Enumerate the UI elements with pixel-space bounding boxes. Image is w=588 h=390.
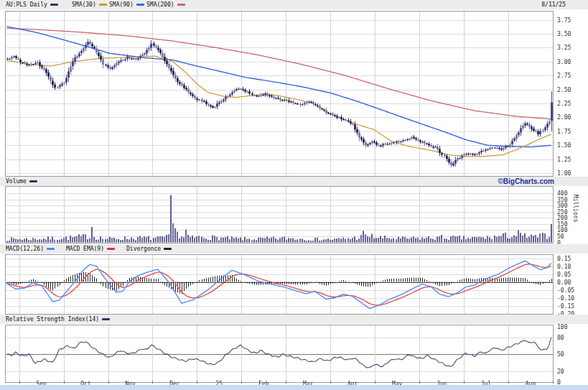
axis-tick — [508, 381, 509, 384]
macd-canvas — [6, 255, 553, 314]
axis-tick — [330, 381, 331, 384]
axis-tick — [108, 381, 109, 384]
tick-label: 3.25 — [557, 45, 571, 51]
legend-label: Divergence — [126, 246, 161, 252]
tick-label: 2.50 — [557, 87, 571, 93]
legend-item-sma-90-: SMA(90) — [109, 1, 144, 8]
legend-label: Relative Strength Index(14) — [6, 316, 99, 322]
volume-pane — [5, 186, 554, 243]
tick-label: 1.25 — [557, 157, 571, 163]
axis-tick — [197, 381, 197, 384]
tick-label: 3.50 — [557, 31, 571, 37]
bigcharts-chart: AU:PLS DailySMA(30)SMA(90)SMA(200) 8/11/… — [0, 0, 588, 390]
tick-label: 2.75 — [557, 73, 571, 79]
legend-item-relative-strength-index-14-: Relative Strength Index(14) — [6, 316, 110, 322]
legend-item-divergence: Divergence — [126, 246, 172, 252]
axis-tick — [375, 381, 375, 384]
tick-label: 1.00 — [557, 170, 571, 177]
legend-swatch-icon — [47, 248, 55, 250]
tick-label: -0.10 — [557, 295, 574, 302]
tick-label: -0.05 — [557, 287, 574, 294]
tick-label: 2.25 — [557, 101, 571, 107]
tick-label: 2.00 — [557, 114, 571, 121]
legend-label: MACD EMA(9) — [66, 246, 104, 252]
legend-swatch-icon — [107, 248, 115, 250]
legend-swatch-icon — [29, 180, 37, 182]
tick-label: 1.75 — [557, 129, 571, 135]
legend-swatch-icon — [177, 4, 185, 6]
bottom-strip — [0, 385, 588, 390]
legend-swatch-icon — [99, 4, 107, 6]
price-pane — [5, 11, 554, 177]
tick-label: 0.05 — [557, 271, 571, 278]
rsi-pane — [5, 325, 554, 383]
axis-tick — [152, 381, 153, 384]
legend-label: SMA(200) — [146, 1, 174, 8]
tick-label: 0.00 — [557, 279, 571, 286]
rsi-canvas — [6, 325, 553, 382]
legend-label: Volume — [6, 178, 27, 185]
rsi-legend-band: Relative Strength Index(14) — [0, 315, 588, 324]
legend-item-volume: Volume — [6, 178, 37, 185]
legend-item-sma-30-: SMA(30) — [72, 1, 107, 8]
tick-label: 0.15 — [557, 256, 571, 262]
axis-tick — [464, 381, 465, 384]
axis-tick — [419, 381, 420, 384]
tick-label: 80 — [557, 335, 564, 341]
tick-label: 1.50 — [557, 142, 571, 149]
bigcharts-watermark[interactable]: ©BigCharts.com — [498, 177, 555, 185]
legend-label: SMA(90) — [109, 1, 134, 8]
legend-item-sma-200-: SMA(200) — [146, 1, 185, 8]
axis-tick — [64, 381, 65, 384]
tick-label: 20 — [557, 368, 564, 375]
tick-label: 50 — [557, 351, 564, 358]
as-of-date: 8/11/25 — [541, 1, 566, 8]
tick-label: 3.00 — [557, 59, 571, 65]
legend-label: SMA(30) — [72, 1, 96, 8]
axis-tick — [19, 381, 20, 384]
tick-label: 100 — [557, 324, 567, 330]
price-legend-band: AU:PLS DailySMA(30)SMA(90)SMA(200) 8/11/… — [0, 0, 588, 9]
tick-label: 3.75 — [557, 17, 571, 24]
price-canvas — [6, 11, 553, 176]
volume-unit-label: Millions — [572, 195, 579, 239]
macd-pane — [5, 254, 554, 315]
legend-swatch-icon — [102, 318, 110, 320]
volume-canvas — [6, 187, 553, 243]
legend-swatch-icon — [50, 4, 58, 6]
legend-item-macd-12-26-: MACD(12,26) — [6, 246, 55, 252]
tick-label: 0.10 — [557, 264, 571, 270]
axis-tick — [241, 381, 242, 384]
legend-swatch-icon — [136, 4, 144, 6]
legend-item-au-pls-daily: AU:PLS Daily — [6, 1, 58, 8]
legend-label: MACD(12,26) — [6, 246, 44, 252]
axis-tick — [553, 381, 554, 384]
macd-legend-band: MACD(12,26)MACD EMA(9)Divergence — [0, 244, 588, 254]
legend-swatch-icon — [164, 248, 172, 250]
legend-label: AU:PLS Daily — [6, 1, 47, 8]
legend-item-macd-ema-9-: MACD EMA(9) — [66, 246, 115, 252]
axis-tick — [286, 381, 286, 384]
tick-label: -0.15 — [557, 303, 574, 310]
